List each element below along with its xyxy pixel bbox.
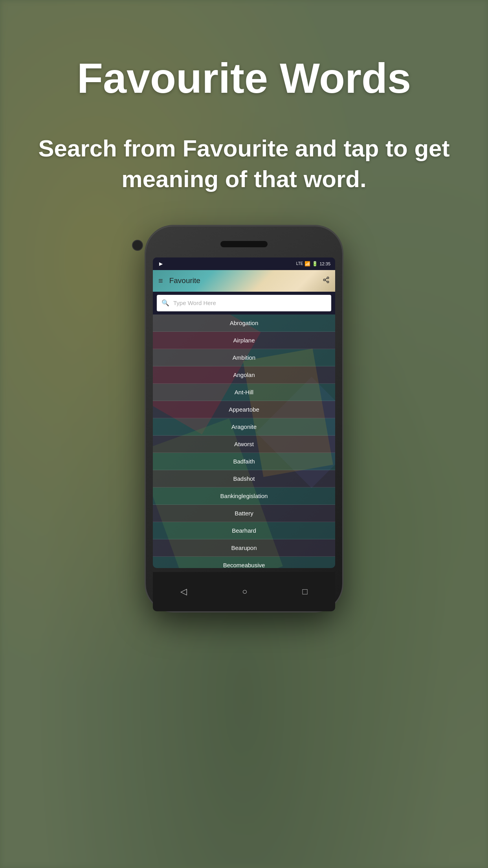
home-button[interactable]: ○ <box>242 587 247 597</box>
list-item[interactable]: Becomeabusive <box>153 557 335 568</box>
app-bar-title: Favourite <box>169 276 200 285</box>
status-icons: LTE 📶 🔋 12:35 <box>296 261 330 267</box>
word-text: Atworst <box>234 441 254 447</box>
battery-icon: 🔋 <box>312 261 318 267</box>
word-text: Battery <box>235 510 253 517</box>
play-icon: ▶ <box>159 261 163 267</box>
word-text: Bearupon <box>231 544 257 551</box>
phone-speaker <box>220 241 268 247</box>
list-item[interactable]: Appeartobe <box>153 401 335 418</box>
menu-icon[interactable]: ≡ <box>158 276 163 285</box>
svg-line-4 <box>325 278 327 280</box>
svg-point-2 <box>327 281 329 283</box>
signal-icon: 📶 <box>305 261 310 267</box>
word-list: AbrogationAirplaneAmbitionAngolanAnt-Hil… <box>153 314 335 568</box>
list-item[interactable]: Atworst <box>153 436 335 453</box>
list-item[interactable]: Badshot <box>153 470 335 487</box>
bottom-nav: ◁ ○ □ <box>153 572 335 611</box>
list-item[interactable]: Ant-Hill <box>153 384 335 401</box>
back-button[interactable]: ◁ <box>180 587 187 597</box>
svg-point-1 <box>323 279 325 281</box>
word-text: Badfaith <box>233 458 255 465</box>
word-text: Ambition <box>233 354 255 361</box>
list-item[interactable]: Bearupon <box>153 539 335 557</box>
search-icon: 🔍 <box>161 299 169 307</box>
word-text: Bankinglegislation <box>220 493 268 499</box>
share-icon[interactable] <box>323 276 330 285</box>
search-bar[interactable]: 🔍 Type Word Here <box>157 295 331 311</box>
network-indicator: LTE <box>296 261 303 266</box>
list-item[interactable]: Bankinglegislation <box>153 487 335 505</box>
list-item[interactable]: Ambition <box>153 349 335 366</box>
page-title: Favourite Words <box>77 55 411 102</box>
list-item[interactable]: Airplane <box>153 332 335 349</box>
phone-mockup: ▶ LTE 📶 🔋 12:35 ≡ Favourite <box>146 226 342 611</box>
list-item[interactable]: Angolan <box>153 366 335 384</box>
app-bar: ≡ Favourite <box>153 270 335 292</box>
time-display: 12:35 <box>319 261 330 266</box>
word-text: Badshot <box>233 475 255 482</box>
word-text: Aragonite <box>231 423 257 430</box>
phone-camera <box>132 240 143 251</box>
word-text: Becomeabusive <box>223 562 265 568</box>
page-content: Favourite Words Search from Favourite an… <box>0 0 488 868</box>
word-text: Abrogation <box>230 320 259 326</box>
word-text: Ant-Hill <box>235 389 253 395</box>
phone-screen: ▶ LTE 📶 🔋 12:35 ≡ Favourite <box>153 257 335 568</box>
list-item[interactable]: Battery <box>153 505 335 522</box>
word-text: Bearhard <box>232 527 256 534</box>
svg-line-3 <box>325 280 327 281</box>
word-text: Airplane <box>233 337 255 344</box>
word-items-container: AbrogationAirplaneAmbitionAngolanAnt-Hil… <box>153 314 335 568</box>
status-bar: ▶ LTE 📶 🔋 12:35 <box>153 257 335 270</box>
list-item[interactable]: Bearhard <box>153 522 335 539</box>
svg-point-0 <box>327 277 329 279</box>
word-text: Appeartobe <box>229 406 259 413</box>
word-text: Angolan <box>233 371 255 378</box>
list-item[interactable]: Badfaith <box>153 453 335 470</box>
page-subtitle: Search from Favourite and tap to get mea… <box>0 133 488 195</box>
recent-button[interactable]: □ <box>303 587 308 597</box>
search-input[interactable]: Type Word Here <box>173 300 216 306</box>
list-item[interactable]: Aragonite <box>153 418 335 436</box>
list-item[interactable]: Abrogation <box>153 314 335 332</box>
